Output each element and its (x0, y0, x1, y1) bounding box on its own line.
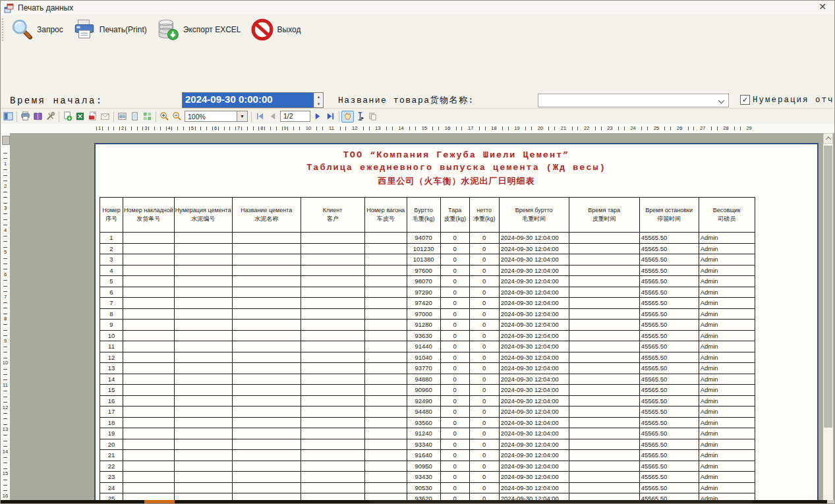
last-page-icon (326, 111, 335, 121)
start-time-value[interactable]: 2024-09-30 0:00:00 (183, 93, 314, 107)
close-icon[interactable]: ✕ (819, 1, 826, 12)
export-excel-small-button[interactable] (74, 111, 86, 123)
numbering-checkbox-label: Нумерация отч (753, 96, 834, 105)
open-report-button[interactable] (32, 111, 44, 123)
hand-tool-button[interactable] (341, 111, 354, 123)
ruler-number: 18 (490, 125, 497, 131)
exit-button[interactable]: Выход (246, 17, 306, 42)
query-button[interactable]: Запрос (6, 17, 69, 42)
ruler-number: 29 (745, 125, 752, 131)
page-indicator[interactable]: 1/2 (280, 111, 310, 122)
whole-page-button[interactable] (129, 111, 141, 123)
table-row: 2290950002024-09-30 12:04:0045565.50Admi… (100, 461, 755, 472)
table-row: 497600002024-09-30 12:04:0045565.50Admin (100, 265, 755, 276)
ruler-number: 8 (1, 316, 10, 322)
prev-page-icon (268, 111, 277, 121)
multi-page-button[interactable] (141, 111, 154, 123)
query-label: Запрос (37, 25, 63, 34)
text-select-icon (355, 111, 365, 121)
text-select-button[interactable] (354, 111, 366, 123)
scroll-up-icon[interactable] (823, 133, 833, 144)
table-row: 1794480002024-09-30 12:04:0045565.50Admi… (100, 406, 755, 418)
whole-page-icon (130, 111, 140, 121)
ruler-number: 21 (560, 125, 567, 131)
product-name-combo[interactable] (538, 94, 729, 107)
ruler-origin-marker (2, 136, 10, 145)
column-header: Клиент客户 (301, 198, 364, 233)
product-name-label: Название товара货物名称: (338, 94, 475, 106)
print-button[interactable]: Печать(Print) (69, 17, 152, 42)
table-row: 2393430002024-09-30 12:04:0045565.50Admi… (100, 472, 755, 483)
first-page-button[interactable] (254, 111, 266, 123)
copy-button[interactable] (366, 111, 379, 123)
envelope-icon (100, 111, 110, 121)
titlebar: Печать данных ✕ (1, 1, 834, 15)
preview-canvas[interactable]: 12345678910111213141516 ТОО “Компания Ге… (1, 133, 834, 500)
table-row: 2593620002024-09-30 12:04:0045565.50Admi… (100, 493, 755, 501)
start-time-spinner[interactable]: ▲▼ (314, 93, 323, 107)
column-header: Номер вагона车皮号 (364, 198, 407, 233)
scrollbar-thumb[interactable] (824, 146, 832, 428)
vertical-scrollbar[interactable] (823, 133, 833, 500)
zoom-out-button[interactable] (171, 111, 183, 123)
excel-icon (75, 111, 85, 121)
print-preview-panel: 100% ▼ 1/2 12345678910111213141516171819… (1, 108, 834, 504)
start-time-picker[interactable]: 2024-09-30 0:00:00 ▲▼ (182, 92, 324, 108)
zoom-in-button[interactable] (158, 111, 171, 123)
table-row: 1291040002024-09-30 12:04:0045565.50Admi… (100, 352, 755, 363)
document-map-button[interactable] (2, 111, 14, 123)
ruler-number: 8 (260, 125, 264, 131)
preview-print-button[interactable] (19, 111, 32, 123)
page-width-button[interactable] (116, 111, 129, 123)
taskbar-orange-segment (144, 500, 175, 504)
spin-up-icon[interactable]: ▲ (314, 93, 323, 100)
ruler-number: 12 (351, 125, 358, 131)
numbering-checkbox[interactable]: ✓ (740, 95, 750, 105)
ruler-number: 2 (1, 183, 10, 189)
ruler-number: 27 (699, 125, 706, 131)
export-pdf-button[interactable] (86, 111, 99, 123)
pdf-icon (88, 111, 98, 121)
column-header: Номер序号 (100, 198, 123, 233)
ruler-number: 3 (1, 205, 10, 211)
taskbar-right-segment (827, 500, 834, 504)
page-width-icon (117, 111, 127, 121)
ruler-number: 28 (722, 125, 729, 131)
ruler-number: 17 (467, 125, 474, 131)
export-excel-button[interactable]: Экспорт EXCEL (152, 17, 246, 42)
last-page-button[interactable] (324, 111, 337, 123)
tools-icon (45, 111, 55, 121)
table-row: 3101380002024-09-30 12:04:0045565.50Admi… (100, 254, 755, 266)
page-setup-button[interactable] (44, 111, 57, 123)
prev-page-button[interactable] (266, 111, 279, 123)
zoom-dropdown-icon[interactable]: ▼ (237, 111, 247, 121)
table-row: 1991240002024-09-30 12:04:0045565.50Admi… (100, 428, 755, 439)
ruler-number: 10 (1, 360, 10, 366)
export-button[interactable] (61, 111, 74, 123)
print-label: Печать(Print) (100, 25, 147, 34)
app-icon (4, 3, 14, 13)
column-header: нетто净重(kg) (469, 198, 499, 233)
table-row: 1191440002024-09-30 12:04:0045565.50Admi… (100, 341, 755, 352)
taskbar-segment (370, 500, 752, 504)
ruler-number: 16 (444, 125, 451, 131)
ruler-number: 5 (190, 125, 194, 131)
preview-toolbar: 100% ▼ 1/2 (1, 109, 834, 123)
ruler-number: 13 (1, 426, 10, 432)
numbering-checkbox-row[interactable]: ✓ Нумерация отч (740, 95, 835, 105)
table-row: 2191640002024-09-30 12:04:0045565.50Admi… (100, 450, 755, 461)
next-page-icon (313, 111, 323, 121)
next-page-button[interactable] (312, 111, 324, 123)
zoom-combo[interactable]: 100% ▼ (185, 111, 248, 122)
table-row: 1590960002024-09-30 12:04:0045565.50Admi… (100, 385, 755, 396)
bottom-taskbar-strip (1, 500, 834, 504)
send-email-button[interactable] (99, 111, 111, 123)
ruler-number: 25 (653, 125, 660, 131)
table-row: 897000002024-09-30 12:04:0045565.50Admin (100, 308, 755, 320)
ruler-number: 22 (583, 125, 590, 131)
table-row: 2093340002024-09-30 12:04:0045565.50Admi… (100, 439, 755, 450)
database-export-icon (156, 18, 180, 41)
table-row: 991280002024-09-30 12:04:0045565.50Admin (100, 320, 755, 331)
spin-down-icon[interactable]: ▼ (314, 100, 323, 107)
ruler-number: 4 (167, 125, 171, 131)
